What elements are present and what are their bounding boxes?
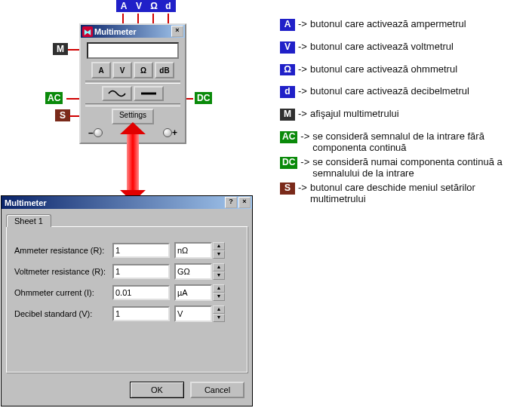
label-v: V [131, 0, 146, 12]
terminal-minus-label: – [88, 127, 94, 138]
legend-text-ohm: butonul care activează ohmmetrul [310, 64, 532, 75]
ohmmeter-unit[interactable]: µA [174, 284, 212, 301]
window-title: Multimeter [93, 27, 170, 36]
dc-button[interactable] [134, 86, 164, 101]
legend-badge-dc: DC [280, 157, 297, 169]
legend-text-v: butonul care activează voltmetrul [310, 41, 532, 53]
legend-text-m: afişajul multimetrului [310, 109, 532, 120]
legend-text-a: butonul care activează ampermetrul [310, 19, 532, 30]
ammeter-button[interactable]: A [91, 62, 111, 78]
dialog-close-button[interactable]: × [238, 197, 251, 208]
ohmmeter-input[interactable] [112, 285, 170, 300]
help-button[interactable]: ? [225, 197, 237, 208]
tab-body: Ammeter resistance (R): nΩ ▲▼ Voltmeter … [6, 226, 248, 373]
spin-up[interactable]: ▲ [213, 263, 225, 271]
cancel-button[interactable]: Cancel [190, 382, 244, 398]
legend-text-s: butonul care deschide meniul setărilor m… [310, 183, 532, 205]
label-m: M [53, 43, 68, 55]
spin-up[interactable]: ▲ [213, 242, 225, 250]
multimeter-display [87, 42, 179, 59]
label-s: S [55, 109, 70, 121]
legend-badge-ohm: Ω [280, 64, 295, 76]
spin-down[interactable]: ▼ [213, 314, 225, 322]
ohmmeter-label: Ohmmeter current (I): [14, 288, 112, 297]
legend-badge-s: S [280, 183, 295, 195]
ac-button[interactable] [102, 86, 132, 101]
voltmeter-button[interactable]: V [112, 62, 132, 78]
ammeter-unit[interactable]: nΩ [174, 242, 212, 259]
tab-sheet1[interactable]: Sheet 1 [6, 214, 51, 227]
ohmmeter-button[interactable]: Ω [134, 62, 153, 78]
settings-dialog: Multimeter ? × Sheet 1 Ammeter resistanc… [1, 195, 253, 406]
legend-badge-m: M [280, 109, 295, 121]
voltmeter-label: Voltmeter resistance (R): [14, 267, 112, 276]
legend-badge-d: d [280, 86, 295, 98]
decibel-button[interactable]: dB [155, 62, 174, 78]
ammeter-label: Ammeter resistance (R): [14, 246, 112, 255]
decibel-label: Decibel standard (V): [14, 309, 112, 318]
terminal-plus[interactable] [163, 128, 172, 137]
close-button[interactable]: × [171, 26, 183, 37]
decibel-unit[interactable]: V [174, 305, 212, 322]
terminal-minus[interactable] [94, 128, 103, 137]
legend-text-d: butonul care activează decibelmetrul [310, 86, 532, 97]
legend-badge-a: A [280, 19, 295, 31]
label-a: A [116, 0, 131, 12]
spin-up[interactable]: ▲ [213, 284, 225, 293]
legend: A -> butonul care activează ampermetrul … [280, 16, 532, 208]
voltmeter-input[interactable] [112, 264, 170, 279]
spin-up[interactable]: ▲ [213, 305, 225, 314]
decibel-input[interactable] [112, 306, 170, 321]
legend-text-dc: se consideră numai componenta continuă a… [312, 157, 532, 179]
spin-down[interactable]: ▼ [213, 271, 225, 280]
spin-down[interactable]: ▼ [213, 293, 225, 301]
label-dc: DC [195, 92, 212, 104]
label-ohm: Ω [146, 0, 161, 12]
spin-down[interactable]: ▼ [213, 250, 225, 259]
app-icon: ⧓ [82, 26, 93, 37]
titlebar[interactable]: ⧓ Multimeter × [81, 25, 185, 38]
legend-badge-ac: AC [280, 131, 297, 143]
legend-badge-v: V [280, 41, 295, 54]
terminal-plus-label: + [172, 127, 177, 138]
dialog-titlebar[interactable]: Multimeter ? × [2, 196, 252, 209]
label-d: d [161, 0, 176, 12]
link-arrow-icon [127, 133, 139, 192]
voltmeter-unit[interactable]: GΩ [174, 263, 212, 280]
ammeter-input[interactable] [112, 243, 170, 258]
label-ac: AC [45, 92, 63, 104]
svg-text:⧓: ⧓ [84, 28, 91, 36]
ok-button[interactable]: OK [130, 382, 184, 398]
dialog-title: Multimeter [3, 198, 223, 207]
legend-text-ac: se consideră semnalul de la intrare fără… [312, 131, 532, 154]
